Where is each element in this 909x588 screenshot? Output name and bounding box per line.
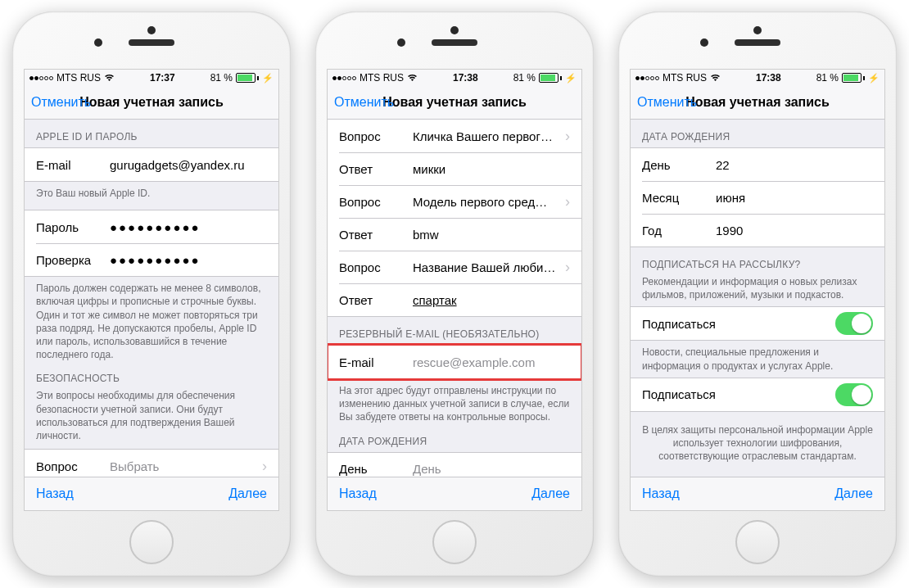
status-bar: MTS RUS 17:38 81 % ⚡ (631, 70, 884, 86)
question1-value: Кличка Вашего первог… (413, 129, 560, 143)
cancel-button[interactable]: Отменить (637, 95, 697, 110)
nav-bar: Отменить Новая учетная запись (631, 86, 884, 120)
year-row[interactable]: Год 1990 (631, 214, 884, 247)
privacy-note: В целях защиты персональной информации A… (631, 412, 884, 464)
chevron-right-icon: › (565, 128, 570, 145)
page-title: Новая учетная запись (79, 95, 224, 110)
subscribe1-row: Подписаться (631, 307, 884, 340)
nav-bar: Отменить Новая учетная запись (328, 86, 581, 120)
question-row[interactable]: Вопрос Выбрать › (25, 450, 278, 477)
month-value: июня (716, 191, 873, 205)
rescue-email-hint: На этот адрес будут отправлены инструкци… (328, 379, 581, 424)
page-title: Новая учетная запись (685, 95, 830, 110)
home-button[interactable] (129, 520, 174, 564)
question1-row[interactable]: Вопрос Кличка Вашего первог… › (328, 120, 581, 152)
day-placeholder: День (413, 462, 570, 476)
answer-label: Ответ (339, 162, 413, 176)
question-label: Вопрос (339, 129, 413, 143)
clock: 17:38 (756, 72, 781, 84)
carrier-label: MTS RUS (663, 72, 707, 84)
section-security: БЕЗОПАСНОСТЬ (25, 361, 278, 389)
question3-row[interactable]: Вопрос Название Вашей люби… › (328, 251, 581, 283)
day-value: 22 (716, 158, 873, 172)
question3-value: Название Вашей люби… (413, 260, 560, 274)
question2-row[interactable]: Вопрос Модель первого сред… › (328, 185, 581, 218)
answer3-value: спартак (413, 293, 570, 307)
verify-row[interactable]: Проверка ●●●●●●●●●● (25, 243, 278, 276)
subscribe2-label: Подписаться (642, 387, 835, 401)
answer1-value: микки (413, 162, 570, 176)
section-subscribe: ПОДПИСАТЬСЯ НА РАССЫЛКУ? (631, 247, 884, 275)
question-label: Вопрос (339, 195, 413, 209)
home-button[interactable] (432, 520, 477, 564)
signal-dots-icon (29, 76, 53, 80)
question-label: Вопрос (339, 260, 413, 274)
answer3-row[interactable]: Ответ спартак (328, 283, 581, 316)
question2-value: Модель первого сред… (413, 195, 560, 209)
wifi-icon (710, 73, 721, 84)
rescue-email-placeholder: rescue@example.com (413, 355, 570, 369)
wifi-icon (407, 73, 418, 84)
answer1-row[interactable]: Ответ микки (328, 152, 581, 185)
nav-bar: Отменить Новая учетная запись (25, 86, 278, 120)
verify-label: Проверка (36, 253, 110, 267)
day-row[interactable]: День 22 (631, 148, 884, 181)
carrier-label: MTS RUS (360, 72, 404, 84)
charging-icon: ⚡ (565, 73, 577, 84)
clock: 17:38 (453, 72, 478, 84)
email-label: E-mail (36, 158, 110, 172)
battery-pct: 81 % (816, 72, 839, 84)
cancel-button[interactable]: Отменить (334, 95, 394, 110)
cancel-button[interactable]: Отменить (31, 95, 91, 110)
rescue-email-row[interactable]: E-mail rescue@example.com (328, 346, 581, 378)
subscribe1-toggle[interactable] (835, 312, 873, 335)
battery-pct: 81 % (513, 72, 536, 84)
carrier-label: MTS RUS (57, 72, 101, 84)
subscribe2-toggle[interactable] (835, 383, 873, 406)
page-title: Новая учетная запись (382, 95, 527, 110)
battery-icon (842, 73, 865, 83)
day-label: День (642, 158, 716, 172)
phone-3: MTS RUS 17:38 81 % ⚡ Отменить Новая учет… (618, 11, 897, 577)
clock: 17:37 (150, 72, 175, 84)
section-dob: ДАТА РОЖДЕНИЯ (328, 424, 581, 452)
battery-icon (539, 73, 562, 83)
year-label: Год (642, 224, 716, 237)
next-button[interactable]: Далее (834, 486, 873, 501)
subscribe2-hint: Новости, специальные предложения и инфор… (631, 341, 884, 372)
signal-dots-icon (635, 76, 659, 80)
chevron-right-icon: › (565, 193, 570, 210)
answer2-value: bmw (413, 228, 570, 242)
question-label: Вопрос (36, 459, 110, 473)
answer2-row[interactable]: Ответ bmw (328, 218, 581, 251)
home-button[interactable] (735, 520, 780, 564)
charging-icon: ⚡ (868, 73, 880, 84)
year-value: 1990 (716, 224, 873, 237)
phone-2: MTS RUS 17:38 81 % ⚡ Отменить Новая учет… (315, 11, 594, 577)
section-dob: ДАТА РОЖДЕНИЯ (631, 120, 884, 147)
section-rescue-email: РЕЗЕРВНЫЙ E-MAIL (НЕОБЯЗАТЕЛЬНО) (328, 317, 581, 345)
next-button[interactable]: Далее (531, 486, 570, 501)
subscribe1-label: Подписаться (642, 317, 835, 331)
password-hint: Пароль должен содержать не менее 8 симво… (25, 277, 278, 361)
rescue-email-label: E-mail (339, 355, 413, 369)
email-row[interactable]: E-mail gurugadgets@yandex.ru (25, 148, 278, 181)
day-row[interactable]: День День (328, 453, 581, 477)
next-button[interactable]: Далее (228, 486, 267, 501)
battery-pct: 81 % (210, 72, 233, 84)
month-row[interactable]: Месяц июня (631, 181, 884, 214)
subscribe2-row: Подписаться (631, 378, 884, 411)
question-placeholder: Выбрать (110, 459, 257, 473)
password-value: ●●●●●●●●●● (110, 220, 267, 234)
phone-1: MTS RUS 17:37 81 % ⚡ Отменить Новая учет… (12, 11, 291, 577)
battery-icon (236, 73, 259, 83)
back-button[interactable]: Назад (642, 486, 680, 501)
back-button[interactable]: Назад (339, 486, 377, 501)
password-row[interactable]: Пароль ●●●●●●●●●● (25, 210, 278, 243)
back-button[interactable]: Назад (36, 486, 74, 501)
password-label: Пароль (36, 220, 110, 234)
security-hint: Эти вопросы необходимы для обеспечения б… (25, 389, 278, 442)
month-label: Месяц (642, 191, 716, 205)
status-bar: MTS RUS 17:37 81 % ⚡ (25, 70, 278, 86)
chevron-right-icon: › (262, 458, 267, 475)
